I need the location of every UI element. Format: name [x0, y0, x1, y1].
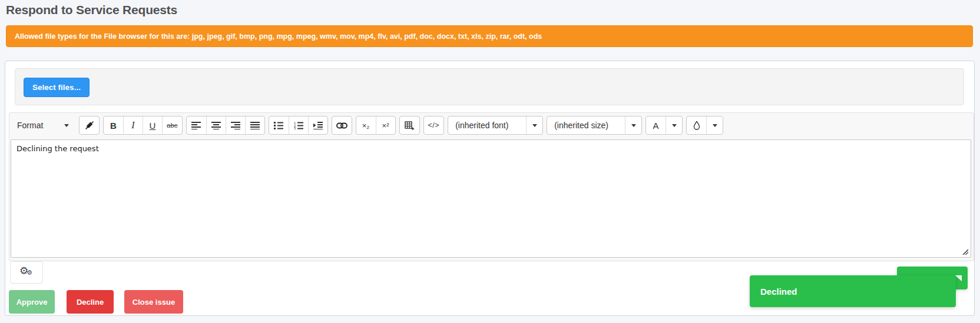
editor-toolbar: Format B I U abc: [11, 116, 972, 135]
alert-text: Allowed file types for the File browser …: [15, 32, 542, 41]
align-center-button[interactable]: [206, 116, 226, 134]
align-right-icon: [231, 121, 240, 129]
clear-formatting-icon: [85, 121, 94, 130]
bulleted-list-icon: [274, 121, 283, 129]
font-size-dropdown[interactable]: (inherited size): [547, 116, 625, 134]
font-family-dropdown[interactable]: (inherited font): [448, 116, 526, 134]
file-upload-dropzone[interactable]: Select files...: [15, 68, 964, 105]
align-justify-button[interactable]: [245, 116, 264, 134]
insert-table-button[interactable]: [400, 116, 419, 134]
allowed-file-types-alert: Allowed file types for the File browser …: [6, 25, 973, 47]
strikethrough-button[interactable]: abc: [162, 116, 182, 134]
superscript-button[interactable]: ×²: [376, 116, 395, 134]
numbered-list-icon: 1 2 3: [294, 121, 303, 129]
italic-button[interactable]: I: [123, 116, 143, 134]
text-color-dropdown-caret[interactable]: [666, 116, 682, 134]
chevron-down-icon: [672, 124, 677, 127]
align-left-button[interactable]: [187, 116, 206, 134]
align-justify-icon: [250, 121, 260, 129]
text-color-button[interactable]: A: [646, 116, 666, 134]
table-icon: [405, 121, 414, 130]
chevron-down-icon: [713, 124, 717, 127]
align-right-button[interactable]: [226, 116, 245, 134]
chevron-down-icon: [532, 124, 537, 127]
rich-text-editor: Format B I U abc: [9, 112, 974, 261]
settings-button[interactable]: ⚙⚙: [10, 261, 43, 284]
align-center-icon: [211, 121, 221, 129]
format-dropdown[interactable]: Format: [11, 116, 75, 135]
indent-button[interactable]: [308, 116, 327, 134]
editor-body-container: Declining the request: [11, 139, 971, 258]
link-icon: [336, 122, 347, 129]
indent-icon: [313, 121, 323, 129]
clear-formatting-button[interactable]: [80, 116, 99, 134]
chevron-down-icon: [64, 124, 69, 127]
font-size-dropdown-caret[interactable]: [625, 116, 641, 134]
align-left-icon: [191, 121, 201, 129]
bulleted-list-button[interactable]: [269, 116, 289, 134]
font-family-dropdown-caret[interactable]: [526, 116, 542, 134]
toast-message: Declined: [760, 287, 797, 297]
format-dropdown-value: Format: [17, 121, 43, 130]
numbered-list-button[interactable]: 1 2 3: [289, 116, 308, 134]
background-color-dropdown-caret[interactable]: [706, 116, 723, 134]
select-files-button[interactable]: Select files...: [24, 78, 90, 97]
bold-button[interactable]: B: [104, 116, 123, 134]
close-issue-button[interactable]: Close issue: [124, 290, 183, 314]
code-view-button[interactable]: </>: [424, 116, 444, 134]
page-title: Respond to Service Requests: [6, 3, 177, 17]
underline-button[interactable]: U: [143, 116, 162, 134]
gears-icon: ⚙⚙: [19, 267, 34, 278]
svg-text:3: 3: [294, 126, 296, 129]
chevron-down-icon: [631, 124, 636, 127]
subscript-button[interactable]: ×₂: [356, 116, 376, 134]
background-color-button[interactable]: [687, 116, 706, 134]
decline-button[interactable]: Decline: [67, 290, 114, 314]
approve-button[interactable]: Approve: [9, 290, 55, 314]
message-textarea[interactable]: Declining the request: [11, 139, 971, 258]
droplet-icon: [693, 121, 701, 130]
link-button[interactable]: [332, 116, 352, 134]
toast-notification-declined[interactable]: Declined: [750, 275, 956, 307]
